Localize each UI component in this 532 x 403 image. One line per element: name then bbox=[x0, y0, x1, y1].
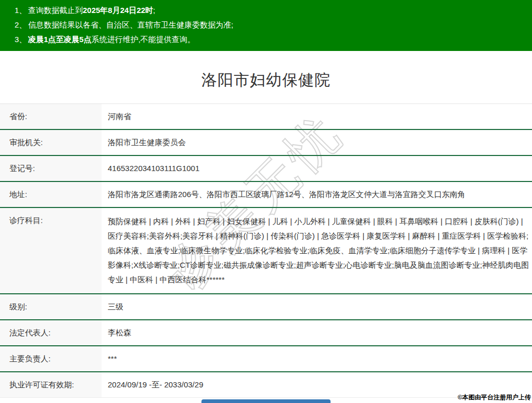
close-window-button[interactable]: 〖关闭窗口〗 bbox=[201, 399, 331, 403]
table-row-medical-departments: 诊疗科目: 预防保健科 | 内科 | 外科 | 妇产科 | 妇女保健科 | 儿科… bbox=[0, 208, 532, 294]
table-row-province: 省份: 河南省 bbox=[0, 104, 532, 130]
table-row-address: 地址: 洛阳市洛龙区通衢路206号、洛阳市西工区玻璃厂路12号、洛阳市洛龙区文仲… bbox=[0, 182, 532, 208]
notice-line-2: 2、信息数据结果以各省、自治区、直辖市卫生健康委数据为准; bbox=[15, 18, 527, 32]
row-label: 地址: bbox=[0, 182, 102, 207]
notice-text: ; bbox=[153, 6, 155, 15]
table-row-legal-representative: 法定代表人: 李松森 bbox=[0, 320, 532, 346]
notice-text-bold: 凌晨1点至凌晨5点 bbox=[28, 35, 92, 44]
row-label: 法定代表人: bbox=[0, 320, 102, 345]
row-value: 三级 bbox=[102, 294, 532, 319]
table-row-license-validity: 执业许可证有效期: 2024/09/19 -至- 2033/03/29 bbox=[0, 372, 532, 398]
copyright-stamp: ©本图由平台注册用户上传 bbox=[458, 393, 531, 402]
notice-number: 2、 bbox=[15, 18, 28, 32]
notice-text: 系统进行维护,不能提供查询。 bbox=[92, 35, 195, 44]
row-label: 执业许可证有效期: bbox=[0, 372, 102, 397]
row-label: 主要负责人: bbox=[0, 346, 102, 371]
row-value: 河南省 bbox=[102, 104, 532, 129]
notice-number: 1、 bbox=[15, 3, 28, 18]
row-value: 4165322034103111G1001 bbox=[102, 156, 532, 181]
hospital-info-table: 省份: 河南省 审批机关: 洛阳市卫生健康委员会 登记号: 4165322034… bbox=[0, 103, 532, 398]
notice-text-bold: 2025年8月24日22时 bbox=[83, 6, 153, 15]
row-value: 洛阳市卫生健康委员会 bbox=[102, 130, 532, 155]
row-label: 省份: bbox=[0, 104, 102, 129]
table-row-principal: 主要负责人: *** bbox=[0, 346, 532, 372]
row-value: 李松森 bbox=[102, 320, 532, 345]
table-row-registration-number: 登记号: 4165322034103111G1001 bbox=[0, 156, 532, 182]
table-row-level: 级别: 三级 bbox=[0, 294, 532, 320]
notice-number: 3、 bbox=[15, 32, 28, 47]
notice-line-3: 3、凌晨1点至凌晨5点系统进行维护,不能提供查询。 bbox=[15, 32, 527, 47]
button-row: 〖关闭窗口〗 bbox=[0, 399, 532, 403]
notice-line-1: 1、查询数据截止到2025年8月24日22时; bbox=[15, 3, 527, 18]
row-value: 预防保健科 | 内科 | 外科 | 妇产科 | 妇女保健科 | 儿科 | 小儿外… bbox=[102, 208, 532, 293]
row-label: 登记号: bbox=[0, 156, 102, 181]
page-title: 洛阳市妇幼保健院 bbox=[0, 70, 532, 91]
table-row-approval-authority: 审批机关: 洛阳市卫生健康委员会 bbox=[0, 130, 532, 156]
notice-banner: 1、查询数据截止到2025年8月24日22时; 2、信息数据结果以各省、自治区、… bbox=[0, 0, 532, 51]
row-label: 诊疗科目: bbox=[0, 208, 102, 293]
row-value: *** bbox=[102, 346, 532, 371]
notice-text: 查询数据截止到 bbox=[28, 6, 83, 15]
notice-text: 信息数据结果以各省、自治区、直辖市卫生健康委数据为准; bbox=[28, 20, 233, 29]
row-value: 洛阳市洛龙区通衢路206号、洛阳市西工区玻璃厂路12号、洛阳市洛龙区文仲大道与洛… bbox=[102, 182, 532, 207]
row-label: 级别: bbox=[0, 294, 102, 319]
row-label: 审批机关: bbox=[0, 130, 102, 155]
